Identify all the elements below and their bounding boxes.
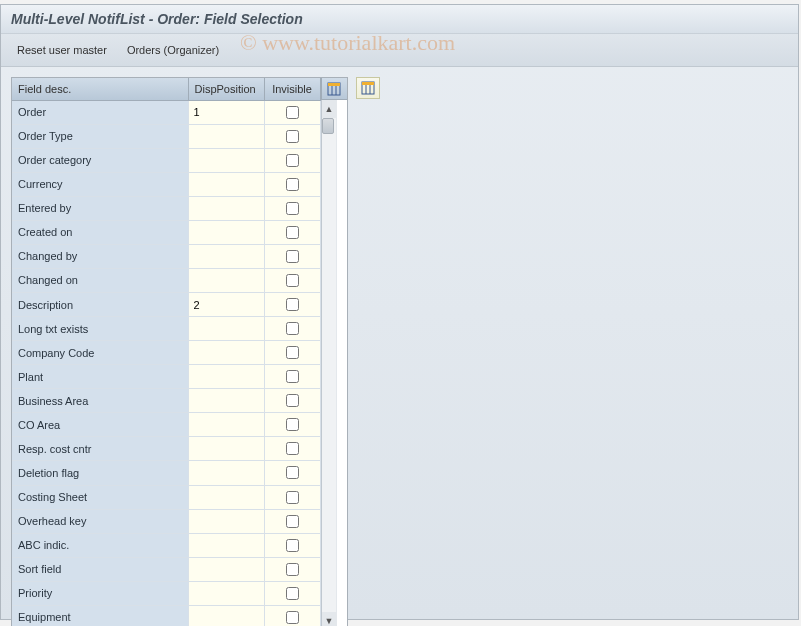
table-row: ABC indic.: [12, 533, 320, 557]
table-row: Plant: [12, 365, 320, 389]
orders-organizer-button[interactable]: Orders (Organizer): [123, 42, 223, 58]
disp-position-input[interactable]: [189, 413, 264, 436]
disp-position-input[interactable]: [189, 101, 264, 124]
invisible-checkbox[interactable]: [286, 250, 299, 263]
vscroll-track[interactable]: [322, 118, 336, 612]
disp-position-input[interactable]: [189, 293, 264, 316]
disp-position-input[interactable]: [189, 269, 264, 292]
field-desc-cell: Sort field: [12, 558, 188, 581]
invisible-checkbox[interactable]: [286, 491, 299, 504]
table-config-icon: [361, 81, 375, 95]
disp-position-input[interactable]: [189, 365, 264, 388]
disp-position-input[interactable]: [189, 461, 264, 484]
invisible-checkbox[interactable]: [286, 274, 299, 287]
title-bar: Multi-Level NotifList - Order: Field Sel…: [1, 5, 798, 34]
invisible-checkbox[interactable]: [286, 106, 299, 119]
table-row: Order Type: [12, 124, 320, 148]
invisible-checkbox[interactable]: [286, 394, 299, 407]
scroll-up-arrow-icon[interactable]: ▲: [323, 103, 335, 115]
field-desc-cell: Currency: [12, 173, 188, 196]
vscroll-thumb[interactable]: [322, 118, 334, 134]
field-desc-cell: Deletion flag: [12, 461, 188, 484]
field-desc-cell: Plant: [12, 365, 188, 388]
disp-position-input[interactable]: [189, 245, 264, 268]
invisible-checkbox[interactable]: [286, 539, 299, 552]
invisible-checkbox[interactable]: [286, 370, 299, 383]
table-row: CO Area: [12, 413, 320, 437]
content-area: Field desc. DispPosition Invisible Order…: [1, 67, 798, 626]
disp-position-input[interactable]: [189, 173, 264, 196]
disp-position-input[interactable]: [189, 606, 264, 626]
field-desc-cell: Resp. cost cntr: [12, 437, 188, 460]
invisible-checkbox[interactable]: [286, 130, 299, 143]
invisible-checkbox[interactable]: [286, 178, 299, 191]
header-field-desc[interactable]: Field desc.: [12, 78, 188, 100]
disp-position-input[interactable]: [189, 389, 264, 412]
table-row: Changed by: [12, 244, 320, 268]
field-desc-cell: Entered by: [12, 197, 188, 220]
svg-rect-1: [328, 83, 340, 86]
field-selection-table-container: Field desc. DispPosition Invisible Order…: [11, 77, 348, 626]
field-desc-cell: Changed by: [12, 245, 188, 268]
table-row: Entered by: [12, 196, 320, 220]
field-desc-cell: Costing Sheet: [12, 486, 188, 509]
table-row: Created on: [12, 220, 320, 244]
scroll-down-arrow-icon[interactable]: ▼: [323, 615, 335, 626]
invisible-checkbox[interactable]: [286, 322, 299, 335]
table-row: Overhead key: [12, 509, 320, 533]
disp-position-input[interactable]: [189, 317, 264, 340]
table-row: Order: [12, 100, 320, 124]
table-row: Long txt exists: [12, 317, 320, 341]
table-row: Description: [12, 293, 320, 317]
vertical-scrollbar[interactable]: ▲ ▼: [321, 100, 337, 626]
invisible-checkbox[interactable]: [286, 226, 299, 239]
invisible-checkbox[interactable]: [286, 346, 299, 359]
invisible-checkbox[interactable]: [286, 563, 299, 576]
field-desc-cell: CO Area: [12, 413, 188, 436]
invisible-checkbox[interactable]: [286, 442, 299, 455]
disp-position-input[interactable]: [189, 510, 264, 533]
disp-position-input[interactable]: [189, 221, 264, 244]
field-desc-cell: Changed on: [12, 269, 188, 292]
disp-position-input[interactable]: [189, 437, 264, 460]
invisible-checkbox[interactable]: [286, 515, 299, 528]
invisible-checkbox[interactable]: [286, 611, 299, 624]
field-desc-cell: Company Code: [12, 341, 188, 364]
table-row: Company Code: [12, 341, 320, 365]
invisible-checkbox[interactable]: [286, 418, 299, 431]
disp-position-input[interactable]: [189, 582, 264, 605]
invisible-checkbox[interactable]: [286, 154, 299, 167]
disp-position-input[interactable]: [189, 125, 264, 148]
invisible-checkbox[interactable]: [286, 202, 299, 215]
table-config-icon: [327, 82, 341, 96]
header-invisible[interactable]: Invisible: [264, 78, 320, 100]
header-disp-position[interactable]: DispPosition: [188, 78, 264, 100]
field-desc-cell: Description: [12, 293, 188, 316]
field-selection-table: Field desc. DispPosition Invisible Order…: [12, 78, 321, 626]
invisible-checkbox[interactable]: [286, 466, 299, 479]
invisible-checkbox[interactable]: [286, 587, 299, 600]
field-desc-cell: Order category: [12, 149, 188, 172]
toolbar: Reset user master Orders (Organizer): [1, 34, 798, 67]
side-config-panel: [354, 77, 382, 626]
reset-user-master-button[interactable]: Reset user master: [13, 42, 111, 58]
table-row: Currency: [12, 172, 320, 196]
field-desc-cell: Overhead key: [12, 510, 188, 533]
app-window: Multi-Level NotifList - Order: Field Sel…: [0, 4, 799, 620]
disp-position-input[interactable]: [189, 534, 264, 557]
table-row: Costing Sheet: [12, 485, 320, 509]
configure-columns-button[interactable]: [356, 77, 380, 99]
disp-position-input[interactable]: [189, 197, 264, 220]
disp-position-input[interactable]: [189, 341, 264, 364]
table-row: Priority: [12, 581, 320, 605]
disp-position-input[interactable]: [189, 486, 264, 509]
table-settings-corner[interactable]: [321, 78, 347, 100]
disp-position-input[interactable]: [189, 558, 264, 581]
disp-position-input[interactable]: [189, 149, 264, 172]
table-row: Equipment: [12, 605, 320, 626]
field-desc-cell: Business Area: [12, 389, 188, 412]
invisible-checkbox[interactable]: [286, 298, 299, 311]
field-desc-cell: Priority: [12, 582, 188, 605]
window-title: Multi-Level NotifList - Order: Field Sel…: [11, 11, 303, 27]
table-row: Changed on: [12, 268, 320, 292]
